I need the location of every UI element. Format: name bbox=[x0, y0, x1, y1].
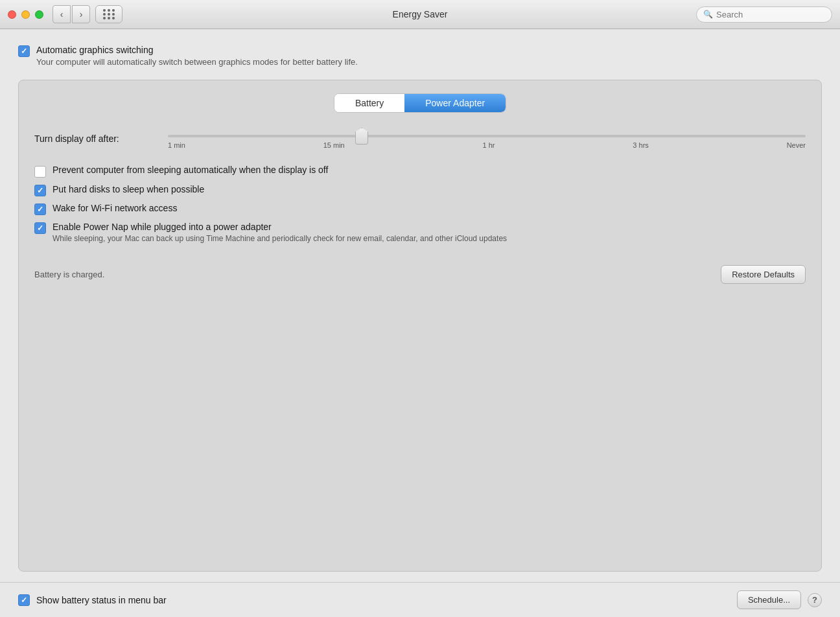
tick-1hr: 1 hr bbox=[483, 141, 495, 149]
search-input[interactable] bbox=[716, 10, 825, 19]
tab-battery[interactable]: Battery bbox=[334, 94, 404, 112]
grid-icon bbox=[103, 9, 115, 19]
help-button[interactable]: ? bbox=[808, 593, 822, 607]
slider-row: Turn display off after: 1 min 15 min 1 h… bbox=[34, 128, 806, 149]
hard-disks-checkbox[interactable] bbox=[34, 185, 46, 196]
power-nap-subtext: While sleeping, your Mac can back up usi… bbox=[52, 233, 507, 244]
power-nap-text: Enable Power Nap while plugged into a po… bbox=[52, 222, 507, 244]
forward-button[interactable]: › bbox=[72, 5, 90, 23]
option-prevent-sleep: Prevent computer from sleeping automatic… bbox=[34, 165, 806, 178]
option-power-nap: Enable Power Nap while plugged into a po… bbox=[34, 222, 806, 244]
grid-button[interactable] bbox=[95, 5, 122, 23]
window-title: Energy Saver bbox=[393, 9, 448, 19]
wifi-text: Wake for Wi-Fi network access bbox=[52, 203, 177, 213]
main-content: Automatic graphics switching Your comput… bbox=[0, 29, 840, 582]
prevent-sleep-label: Prevent computer from sleeping automatic… bbox=[52, 165, 328, 175]
search-icon: 🔍 bbox=[703, 10, 713, 19]
window-controls bbox=[8, 10, 43, 19]
bottom-right: Schedule... ? bbox=[737, 590, 822, 609]
auto-graphics-label: Automatic graphics switching bbox=[36, 45, 358, 55]
prevent-sleep-checkbox[interactable] bbox=[34, 166, 46, 178]
battery-status: Battery is charged. bbox=[34, 270, 104, 279]
slider-label: Turn display off after: bbox=[34, 134, 158, 144]
tabs-row: Battery Power Adapter bbox=[34, 93, 806, 113]
power-nap-label: Enable Power Nap while plugged into a po… bbox=[52, 222, 507, 232]
wifi-label: Wake for Wi-Fi network access bbox=[52, 203, 177, 213]
bottom-bar: Show battery status in menu bar Schedule… bbox=[0, 582, 840, 617]
display-sleep-slider[interactable] bbox=[168, 135, 806, 137]
maximize-button[interactable] bbox=[35, 10, 43, 19]
slider-container: 1 min 15 min 1 hr 3 hrs Never bbox=[168, 128, 806, 149]
options-section: Prevent computer from sleeping automatic… bbox=[34, 165, 806, 244]
slider-section: Turn display off after: 1 min 15 min 1 h… bbox=[34, 128, 806, 149]
restore-defaults-button[interactable]: Restore Defaults bbox=[721, 265, 806, 284]
show-battery-checkbox[interactable] bbox=[18, 594, 30, 606]
schedule-button[interactable]: Schedule... bbox=[737, 590, 801, 609]
tick-never: Never bbox=[787, 141, 806, 149]
auto-graphics-row: Automatic graphics switching Your comput… bbox=[18, 45, 822, 67]
auto-graphics-text: Automatic graphics switching Your comput… bbox=[36, 45, 358, 67]
tick-15min: 15 min bbox=[323, 141, 345, 149]
search-box[interactable]: 🔍 bbox=[696, 6, 832, 23]
option-wifi: Wake for Wi-Fi network access bbox=[34, 203, 806, 215]
auto-graphics-checkbox[interactable] bbox=[18, 45, 30, 57]
bottom-left: Show battery status in menu bar bbox=[18, 594, 167, 606]
nav-buttons: ‹ › bbox=[52, 5, 90, 23]
auto-graphics-description: Your computer will automatically switch … bbox=[36, 57, 358, 67]
power-nap-checkbox[interactable] bbox=[34, 222, 46, 234]
show-battery-label: Show battery status in menu bar bbox=[36, 595, 167, 605]
tick-3hrs: 3 hrs bbox=[633, 141, 648, 149]
minimize-button[interactable] bbox=[21, 10, 30, 19]
close-button[interactable] bbox=[8, 10, 16, 19]
option-hard-disks: Put hard disks to sleep when possible bbox=[34, 184, 806, 196]
tick-1min: 1 min bbox=[168, 141, 185, 149]
hard-disks-label: Put hard disks to sleep when possible bbox=[52, 184, 204, 194]
settings-panel: Battery Power Adapter Turn display off a… bbox=[18, 80, 822, 572]
hard-disks-text: Put hard disks to sleep when possible bbox=[52, 184, 204, 194]
panel-bottom: Battery is charged. Restore Defaults bbox=[34, 260, 806, 284]
wifi-checkbox[interactable] bbox=[34, 204, 46, 215]
tab-group: Battery Power Adapter bbox=[334, 93, 506, 113]
tab-power-adapter[interactable]: Power Adapter bbox=[404, 94, 506, 112]
prevent-sleep-text: Prevent computer from sleeping automatic… bbox=[52, 165, 328, 175]
back-button[interactable]: ‹ bbox=[52, 5, 71, 23]
title-bar: ‹ › Energy Saver 🔍 bbox=[0, 0, 840, 29]
